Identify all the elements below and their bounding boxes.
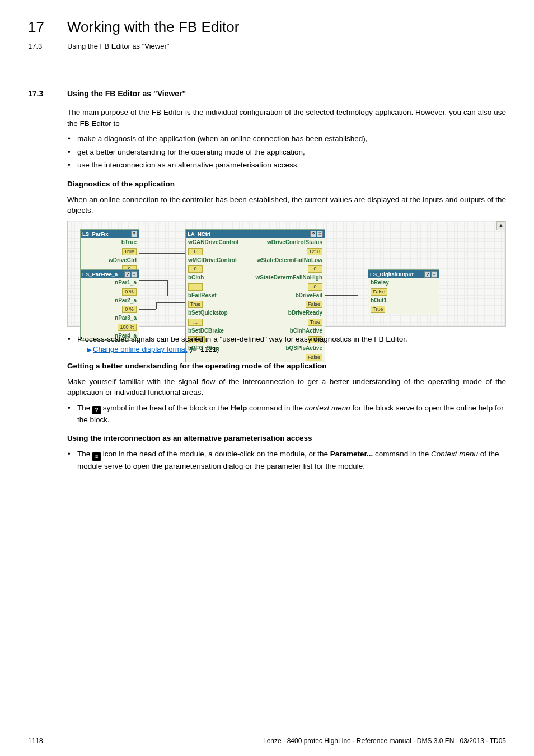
wire [139, 309, 156, 310]
wire [167, 296, 185, 296]
better-understanding-paragraph: Make yourself familiar with the signal f… [67, 376, 506, 398]
help-symbol-bullet: The ? symbol in the head of the block or… [77, 403, 506, 426]
bullet-italic: Context menu [431, 450, 478, 458]
wire [325, 282, 368, 282]
block-title-label: LA_NCtrl [188, 230, 210, 238]
port-label: bTrue [121, 239, 137, 247]
port-label: nPar1_a [115, 279, 137, 287]
block-title-label: LS_DigitalOutput [370, 270, 414, 278]
port-value: 100 % [118, 324, 137, 331]
bullet-italic: context menu [305, 404, 350, 412]
link-arrow-icon: ▶ [87, 347, 92, 353]
bullet-bold: Help [231, 404, 247, 412]
wire [358, 291, 368, 291]
port-value: False [371, 288, 387, 296]
port-label: wCANDriveControl [188, 239, 238, 247]
bullet-text: icon in the head of the module, a double… [101, 450, 330, 458]
param-badge-icon[interactable]: ≡ [131, 271, 137, 278]
intro-paragraph: The main purpose of the FB Editor is the… [67, 107, 506, 129]
help-badge-icon[interactable]: ? [310, 231, 316, 237]
wire [156, 302, 157, 309]
chapter-number: 17 [28, 17, 67, 38]
parameter-icon-bullet: The ≡ icon in the head of the module, a … [77, 449, 506, 472]
port-value: 0 % [122, 288, 137, 296]
help-badge-icon[interactable]: ? [424, 271, 430, 278]
parameter-icon: ≡ [92, 452, 101, 461]
block-title-label: LS_ParFix [82, 230, 108, 238]
intro-bullet: get a better understanding for the opera… [77, 147, 506, 158]
port-value: … [188, 283, 203, 291]
wire [325, 295, 358, 296]
port-label: wStateDetermFailNoHigh [256, 274, 322, 282]
process-bullet: Process-scaled signals can be scaled in … [77, 334, 506, 355]
port-value: True [188, 301, 203, 308]
wire [156, 302, 185, 303]
better-understanding-heading: Getting a better understanding for the o… [67, 361, 506, 372]
port-value: False [306, 301, 322, 308]
scroll-up-button[interactable]: ▲ [496, 221, 505, 230]
block-ls-digitaloutput[interactable]: LS_DigitalOutput ?≡ bRelay False bOut1 T… [368, 269, 439, 315]
wire [167, 280, 168, 296]
help-badge-icon[interactable]: ? [124, 271, 130, 278]
port-label: wStateDetermFailNoLow [257, 256, 322, 265]
process-bullet-text: Process-scaled signals can be scaled in … [77, 335, 407, 343]
diagnostics-paragraph: When an online connection to the control… [67, 194, 506, 216]
port-label: wMCIDriveControl [188, 256, 237, 265]
port-value: 0 % [122, 306, 137, 313]
bullet-text: command in the [373, 450, 431, 458]
port-value: 0 [188, 265, 203, 273]
book-icon [191, 347, 198, 352]
port-label: nPar2_a [115, 297, 137, 305]
divider-dashes: _ _ _ _ _ _ _ _ _ _ _ _ _ _ _ _ _ _ _ _ … [28, 62, 506, 73]
wire [139, 280, 167, 281]
port-label: bOut1 [371, 297, 387, 305]
wire [139, 253, 185, 254]
port-label: bRelay [371, 279, 389, 287]
intro-bullet: make a diagnosis of the application (whe… [77, 133, 506, 144]
section-title: Using the FB Editor as "Viewer" [67, 88, 186, 99]
port-value: 0 [188, 248, 203, 255]
block-ls-parfree[interactable]: LS_ParFree_a ?≡ nPar1_a 0 % nPar2_a 0 % … [80, 269, 139, 342]
chapter-title: Working with the FB Editor [67, 17, 239, 38]
bullet-text: The [77, 404, 92, 412]
port-value: True [122, 248, 137, 255]
bullet-text: symbol in the head of the block or the [101, 404, 231, 412]
help-badge-icon[interactable]: ? [131, 231, 137, 237]
interconnection-heading: Using the interconnection as an alternat… [67, 433, 506, 444]
port-label: bDriveFail [296, 292, 322, 300]
section-number: 17.3 [28, 88, 67, 99]
wire [358, 291, 358, 295]
port-label: bDriveReady [288, 309, 322, 318]
param-badge-icon[interactable]: ≡ [317, 231, 323, 237]
param-badge-icon[interactable]: ≡ [431, 271, 437, 278]
port-value: True [371, 306, 385, 313]
subsection-title-top: Using the FB Editor as "Viewer" [67, 41, 169, 52]
port-value: 1218 [307, 248, 322, 255]
port-label: wDriveCtrl [109, 256, 137, 265]
bullet-bold: Parameter... [330, 450, 373, 458]
help-icon: ? [92, 406, 101, 414]
intro-bullet: use the interconnection as an alternativ… [77, 160, 506, 171]
port-label: bCInh [188, 274, 204, 282]
block-title-label: LS_ParFree_a [82, 270, 118, 278]
subsection-number-top: 17.3 [28, 41, 67, 52]
wire [139, 240, 185, 240]
port-label: wDriveControlStatus [267, 239, 322, 247]
port-label: bFailReset [188, 292, 217, 300]
bullet-text: command in the [247, 404, 305, 412]
port-value: … [188, 319, 203, 326]
diagnostics-heading: Diagnostics of the application [67, 179, 506, 190]
fb-diagram: ▲ LS_ParFix ? bTrue True wDriveCtrl 0 LS… [67, 221, 506, 327]
ref-page: 1121) [198, 345, 219, 353]
port-label: bSetQuickstop [188, 309, 228, 318]
bullet-text: The [77, 450, 92, 458]
block-ls-parfix[interactable]: LS_ParFix ? bTrue True wDriveCtrl 0 [80, 229, 139, 274]
port-label: nPar3_a [115, 314, 137, 323]
change-display-format-link[interactable]: Change online display format [93, 345, 187, 353]
port-value: True [308, 319, 322, 326]
port-value: 0 [308, 265, 322, 273]
port-value: 0 [308, 283, 322, 291]
